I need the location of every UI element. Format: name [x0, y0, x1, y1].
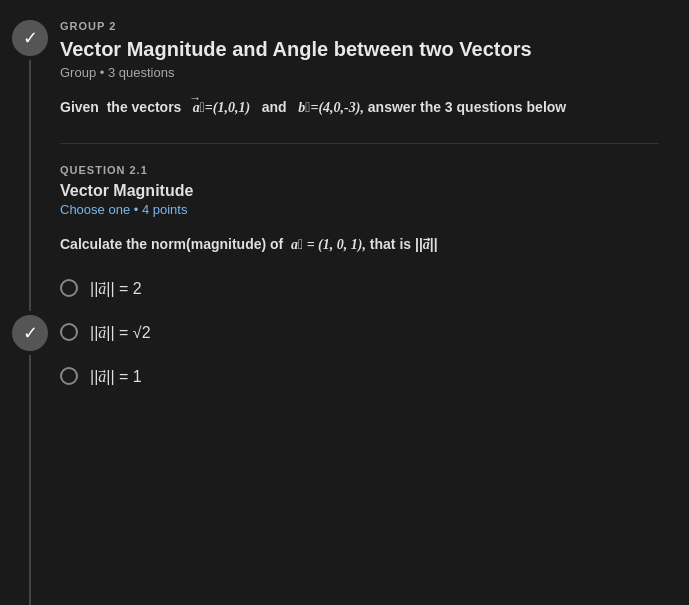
check-icon-2: ✓ [23, 322, 38, 344]
question-meta: Choose one • 4 points [60, 202, 659, 217]
vector-a: → a⃗=(1,0,1) [189, 100, 250, 115]
radio-option-1[interactable] [60, 279, 78, 297]
group-label: GROUP 2 [60, 20, 659, 32]
prompt-vector: a⃗ = (1, 0, 1), [291, 237, 366, 252]
question-label: QUESTION 2.1 [60, 164, 659, 176]
option-text-2: ||a⃗|| = √2 [90, 321, 151, 345]
question-check-circle: ✓ [12, 315, 48, 351]
check-icon: ✓ [23, 27, 38, 49]
timeline-line-1 [29, 60, 31, 311]
group-subtitle: Group • 3 questions [60, 65, 659, 80]
content-column: GROUP 2 Vector Magnitude and Angle betwe… [60, 0, 689, 605]
radio-option-2[interactable] [60, 323, 78, 341]
group-section: GROUP 2 Vector Magnitude and Angle betwe… [60, 20, 659, 119]
given-text: Given the vectors → a⃗=(1,0,1) and b⃗=(4… [60, 96, 659, 119]
option-row-1: ||a⃗|| = 2 [60, 277, 659, 301]
vector-b: b⃗=(4,0,-3), [298, 100, 364, 115]
option-text-1: ||a⃗|| = 2 [90, 277, 142, 301]
timeline-column: ✓ ✓ [0, 0, 60, 605]
group-title: Vector Magnitude and Angle between two V… [60, 38, 659, 61]
radio-option-3[interactable] [60, 367, 78, 385]
option-row-3: ||a⃗|| = 1 [60, 365, 659, 389]
main-layout: ✓ ✓ GROUP 2 Vector Magnitude and Angle b… [0, 0, 689, 605]
group-check-circle: ✓ [12, 20, 48, 56]
question-title: Vector Magnitude [60, 182, 659, 200]
option-text-3: ||a⃗|| = 1 [90, 365, 142, 389]
question-section: QUESTION 2.1 Vector Magnitude Choose one… [60, 164, 659, 388]
timeline-line-2 [29, 355, 31, 606]
section-divider [60, 143, 659, 144]
question-prompt: Calculate the norm(magnitude) of a⃗ = (1… [60, 233, 659, 256]
option-row-2: ||a⃗|| = √2 [60, 321, 659, 345]
